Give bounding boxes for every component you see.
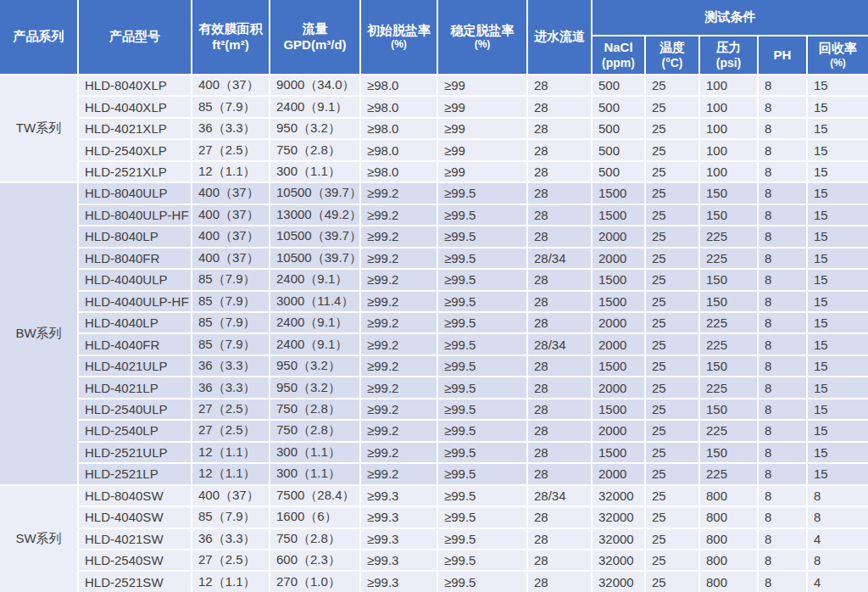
cell-flow: 13000（49.2） — [270, 204, 360, 226]
cell-pressure: 800 — [699, 571, 758, 592]
header-recovery: 回收率 (%) — [807, 36, 868, 75]
cell-initial: ≥99.2 — [360, 182, 437, 204]
cell-initial: ≥99.2 — [360, 291, 437, 312]
cell-ph: 8 — [758, 161, 807, 182]
cell-pressure: 800 — [699, 485, 758, 506]
cell-area: 85（7.9） — [192, 96, 270, 117]
cell-flow: 270（1.0） — [270, 571, 360, 592]
cell-pressure: 225 — [699, 248, 758, 269]
cell-area: 36（3.3） — [192, 355, 270, 377]
cell-channel: 28/34 — [527, 248, 592, 269]
cell-area: 400（37） — [192, 248, 270, 269]
cell-initial: ≥99.3 — [360, 528, 437, 550]
header-test-conditions: 测试条件 — [592, 0, 868, 36]
cell-recovery: 15 — [807, 377, 868, 398]
cell-temperature: 25 — [645, 550, 699, 571]
cell-pressure: 150 — [699, 204, 758, 226]
cell-stable: ≥99.5 — [437, 355, 527, 377]
header-pressure-unit: (psi) — [701, 56, 756, 71]
cell-recovery: 8 — [807, 506, 868, 528]
cell-initial: ≥99.2 — [360, 269, 437, 290]
cell-recovery: 15 — [807, 442, 868, 463]
header-initial-rejection-label: 初始脱盐率 — [362, 23, 436, 39]
cell-initial: ≥99.2 — [360, 377, 437, 398]
cell-nacl: 1500 — [592, 399, 645, 420]
cell-area: 36（3.3） — [192, 377, 270, 398]
cell-area: 400（37） — [192, 182, 270, 204]
header-model: 产品型号 — [78, 0, 192, 75]
cell-area: 36（3.3） — [192, 528, 270, 550]
header-flow: 流量 GPD(m³/d) — [270, 0, 360, 75]
table-row: HLD-2540ULP27（2.5）750（2.8）≥99.2≥99.52815… — [0, 399, 868, 420]
cell-stable: ≥99.5 — [437, 182, 527, 204]
cell-channel: 28 — [527, 118, 592, 139]
cell-flow: 2400（9.1） — [270, 269, 360, 290]
cell-nacl: 32000 — [592, 550, 645, 571]
cell-stable: ≥99 — [437, 139, 527, 160]
cell-channel: 28 — [527, 506, 592, 528]
cell-ph: 8 — [758, 442, 807, 463]
cell-nacl: 32000 — [592, 571, 645, 592]
cell-recovery: 15 — [807, 139, 868, 160]
cell-pressure: 225 — [699, 377, 758, 398]
header-temperature-label: 温度 — [647, 40, 698, 56]
table-row: HLD-4040ULP-HF85（7.9）3000（11.4）≥99.2≥99.… — [0, 291, 868, 312]
cell-pressure: 800 — [699, 528, 758, 550]
cell-recovery: 15 — [807, 420, 868, 441]
cell-ph: 8 — [758, 485, 807, 506]
cell-stable: ≥99.5 — [437, 399, 527, 420]
cell-temperature: 25 — [645, 312, 699, 333]
cell-channel: 28 — [527, 355, 592, 377]
cell-stable: ≥99.5 — [437, 485, 527, 506]
cell-nacl: 32000 — [592, 485, 645, 506]
header-flow-label: 流量 — [271, 21, 359, 37]
cell-flow: 10500（39.7） — [270, 182, 360, 204]
table-row: HLD-2521XLP12（1.1）300（1.1）≥98.0≥99285002… — [0, 161, 868, 182]
cell-area: 85（7.9） — [192, 506, 270, 528]
cell-channel: 28 — [527, 420, 592, 441]
cell-temperature: 25 — [645, 269, 699, 290]
cell-model: HLD-4040FR — [78, 333, 192, 355]
header-recovery-unit: (%) — [809, 57, 867, 70]
header-area-unit: ft²(m²) — [193, 37, 268, 53]
cell-channel: 28 — [527, 204, 592, 226]
cell-nacl: 1500 — [592, 182, 645, 204]
cell-ph: 8 — [758, 248, 807, 269]
cell-stable: ≥99.5 — [437, 463, 527, 484]
cell-ph: 8 — [758, 506, 807, 528]
cell-flow: 2400（9.1） — [270, 333, 360, 355]
cell-ph: 8 — [758, 291, 807, 312]
table-row: HLD-4021XLP36（3.3）950（3.2）≥98.0≥99285002… — [0, 118, 868, 139]
cell-area: 12（1.1） — [192, 442, 270, 463]
cell-initial: ≥99.2 — [360, 333, 437, 355]
cell-nacl: 32000 — [592, 506, 645, 528]
cell-ph: 8 — [758, 399, 807, 420]
cell-recovery: 15 — [807, 333, 868, 355]
table-row: HLD-8040ULP-HF400（37）13000（49.2）≥99.2≥99… — [0, 204, 868, 226]
cell-temperature: 25 — [645, 463, 699, 484]
cell-ph: 8 — [758, 139, 807, 160]
table-row: HLD-2540XLP27（2.5）750（2.8）≥98.0≥99285002… — [0, 139, 868, 160]
cell-nacl: 500 — [592, 75, 645, 96]
cell-flow: 10500（39.7） — [270, 248, 360, 269]
table-row: HLD-2540LP27（2.5）750（2.8）≥99.2≥99.528200… — [0, 420, 868, 441]
cell-initial: ≥99.3 — [360, 571, 437, 592]
cell-pressure: 150 — [699, 442, 758, 463]
cell-channel: 28 — [527, 442, 592, 463]
cell-pressure: 225 — [699, 420, 758, 441]
table-row: SW系列HLD-8040SW400（37）7500（28.4）≥99.3≥99.… — [0, 485, 868, 506]
series-cell: BW系列 — [0, 182, 78, 484]
cell-nacl: 500 — [592, 161, 645, 182]
cell-temperature: 25 — [645, 226, 699, 247]
cell-model: HLD-2540ULP — [78, 399, 192, 420]
cell-nacl: 1500 — [592, 269, 645, 290]
cell-recovery: 15 — [807, 96, 868, 117]
cell-initial: ≥99.2 — [360, 442, 437, 463]
cell-ph: 8 — [758, 571, 807, 592]
cell-channel: 28 — [527, 161, 592, 182]
cell-model: HLD-4040LP — [78, 312, 192, 333]
cell-area: 400（37） — [192, 75, 270, 96]
cell-model: HLD-8040FR — [78, 248, 192, 269]
cell-channel: 28 — [527, 269, 592, 290]
header-series: 产品系列 — [0, 0, 78, 75]
